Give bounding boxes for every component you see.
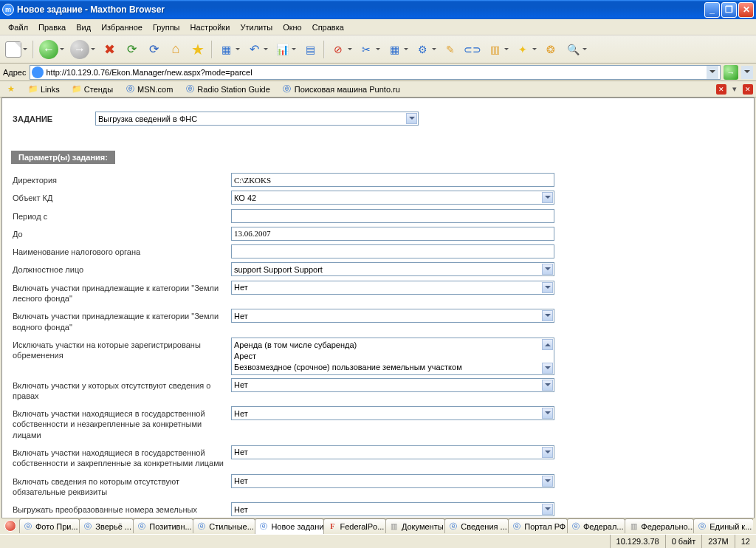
fav-icon: ✦ [515, 41, 531, 58]
address-label: Адрес [3, 68, 27, 77]
star-icon: ★ [6, 84, 16, 95]
close-box-2[interactable]: ✕ [743, 84, 753, 95]
go-button[interactable]: → [724, 65, 738, 80]
go-dropdown[interactable] [741, 66, 753, 79]
link-icon: ⊂⊃ [464, 41, 481, 58]
tool-button-1[interactable]: ▦ [216, 38, 242, 61]
menu-groups[interactable]: Группы [148, 21, 185, 33]
link-label: Links [41, 85, 60, 94]
close-box-1[interactable]: ✕ [716, 84, 726, 95]
tool-button-12[interactable]: ❂ [540, 38, 561, 61]
tool-button-5[interactable]: ✂ [356, 38, 382, 61]
link-punto[interactable]: ⓔПоисковая машина Punto.ru [279, 83, 403, 95]
url-input[interactable] [47, 68, 707, 77]
link-radio[interactable]: ⓔRadio Station Guide [182, 83, 272, 95]
home-icon: ⌂ [168, 41, 184, 58]
reload2-icon: ⟳ [145, 41, 162, 58]
link-links[interactable]: 📁Links [25, 83, 63, 95]
menu-bar: Файл Правка Вид Избранное Группы Настрой… [0, 19, 756, 35]
tool-button-13[interactable]: 🔍 [563, 38, 589, 61]
layout-icon: 📊 [274, 41, 290, 58]
form-icon: ▤ [302, 41, 318, 58]
tool-button-4[interactable]: ⊘ [328, 38, 354, 61]
minimize-button[interactable]: _ [704, 2, 720, 18]
pref-icon: ❂ [543, 41, 559, 58]
link-label: Стенды [84, 85, 113, 94]
app-icon: m [2, 4, 14, 16]
close-button[interactable]: ✕ [738, 2, 754, 18]
wand-icon: ✎ [442, 41, 458, 58]
link-label: Поисковая машина Punto.ru [295, 85, 400, 94]
ie-icon: ⓔ [125, 84, 135, 95]
tool-button-2[interactable]: 📊 [272, 38, 298, 61]
tool-button-11[interactable]: ✦ [512, 38, 539, 61]
window-titlebar: m Новое задание - Maxthon Browser _ ❐ ✕ [0, 0, 756, 19]
link-label: Radio Station Guide [197, 85, 269, 94]
link-msn[interactable]: ⓔMSN.com [122, 83, 176, 95]
ie-icon: ⓔ [282, 84, 292, 95]
menu-view[interactable]: Вид [71, 21, 96, 33]
reload-button[interactable]: ⟳ [121, 38, 142, 61]
ie-icon: ⓔ [185, 84, 195, 95]
star-icon: ★ [190, 41, 206, 58]
window-title: Новое задание - Maxthon Browser [17, 4, 703, 15]
menu-window[interactable]: Окно [278, 21, 307, 33]
cut-icon: ✂ [358, 41, 374, 58]
site-favicon [32, 66, 44, 78]
forward-icon: → [70, 40, 89, 59]
stop-button[interactable]: ✖ [99, 38, 120, 61]
address-bar: Адрес → [0, 64, 756, 81]
menu-favorites[interactable]: Избранное [96, 21, 148, 33]
home-button[interactable]: ⌂ [165, 38, 186, 61]
back-icon: ← [39, 40, 58, 59]
tool-button-10[interactable]: ▥ [484, 38, 511, 61]
tool-button-6[interactable]: ▦ [384, 38, 410, 61]
stop-icon: ✖ [101, 41, 117, 58]
tool-button-9[interactable]: ⊂⊃ [462, 38, 483, 61]
gear-icon: ⚙ [414, 41, 430, 58]
maximize-button[interactable]: ❐ [721, 2, 737, 18]
page-icon [5, 41, 21, 58]
forward-button[interactable]: → [68, 38, 97, 61]
tool-button-8[interactable]: ✎ [440, 38, 461, 61]
menu-file[interactable]: Файл [3, 21, 33, 33]
links-bar: ★ 📁Links 📁Стенды ⓔMSN.com ⓔRadio Station… [0, 81, 756, 97]
new-tab-button[interactable] [3, 38, 30, 61]
undo-button[interactable]: ↶ [244, 38, 270, 61]
menu-edit[interactable]: Правка [33, 21, 71, 33]
tool-button-3[interactable]: ▤ [300, 38, 320, 61]
folder-icon: 📁 [28, 84, 38, 95]
link-stands[interactable]: 📁Стенды [69, 83, 116, 95]
find-icon: 🔍 [565, 41, 581, 58]
menu-help[interactable]: Справка [307, 21, 349, 33]
tool-button-7[interactable]: ⚙ [412, 38, 439, 61]
reload-icon: ⟳ [123, 41, 140, 58]
toolbar-separator [211, 41, 213, 58]
menu-utilities[interactable]: Утилиты [235, 21, 278, 33]
note-icon: ▥ [487, 41, 503, 58]
main-toolbar: ← → ✖ ⟳ ⟳ ⌂ ★ ▦ ↶ 📊 ▤ ⊘ ✂ ▦ ⚙ ✎ ⊂⊃ ▥ ✦ ❂… [0, 35, 756, 64]
toolbar-separator [32, 41, 34, 58]
address-dropdown[interactable] [707, 66, 718, 79]
folder-icon: 📁 [72, 84, 82, 95]
grid-icon: ▦ [386, 41, 402, 58]
link-star[interactable]: ★ [3, 83, 19, 95]
reload2-button[interactable]: ⟳ [143, 38, 164, 61]
menu-settings[interactable]: Настройки [185, 21, 236, 33]
window-icon: ▦ [218, 41, 234, 58]
address-input-wrapper[interactable] [30, 65, 721, 80]
undo-icon: ↶ [246, 41, 262, 58]
toolbar-separator [323, 41, 325, 58]
favorites-button[interactable]: ★ [188, 38, 208, 61]
block-icon: ⊘ [330, 41, 346, 58]
back-button[interactable]: ← [37, 38, 66, 61]
link-label: MSN.com [137, 85, 173, 94]
